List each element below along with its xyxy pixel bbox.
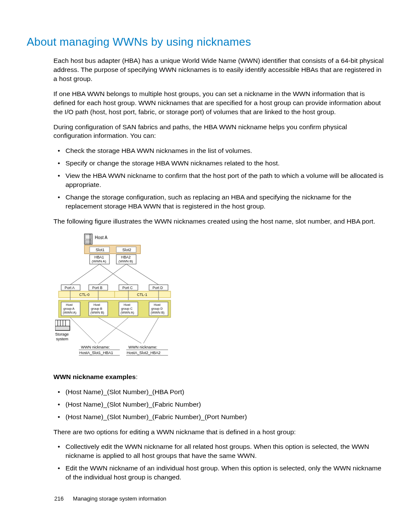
page-footer: 216 Managing storage system information <box>54 495 166 502</box>
svg-rect-2 <box>85 240 91 243</box>
hg-a-h: Host <box>66 303 73 307</box>
paragraph-2: If one HBA WWN belongs to multiple host … <box>53 90 384 117</box>
port-b: Port B <box>92 286 103 290</box>
list-item: View the HBA WWN nickname to confirm tha… <box>53 171 384 190</box>
paragraph-3: During configuration of SAN fabrics and … <box>53 123 384 141</box>
svg-rect-33 <box>55 326 70 330</box>
list-item: Collectively edit the WWN nickname for a… <box>53 442 384 460</box>
hg-c-w: (WWN A) <box>121 311 134 314</box>
capabilities-list: Check the storage HBA WWN nicknames in t… <box>53 146 384 211</box>
hg-c: group C <box>121 307 133 311</box>
slot2-label: Slot2 <box>122 248 131 252</box>
hg-a: group A <box>63 307 75 311</box>
list-item: (Host Name)_(Slot Number)_(HBA Port) <box>53 388 384 397</box>
hg-d-h: Host <box>154 303 161 307</box>
host-a-label: Host A <box>95 235 108 240</box>
hg-d-w: (WWN B) <box>151 311 165 314</box>
svg-line-36 <box>98 317 128 343</box>
svg-line-34 <box>70 317 96 343</box>
hg-b: group B <box>91 307 102 311</box>
examples-heading: WWN nickname examples: <box>53 373 384 382</box>
nick1-val: HostA_Slot1_HBA1 <box>79 351 113 355</box>
hba1-label: HBA1 <box>94 255 104 259</box>
examples-list: (Host Name)_(Slot Number)_(HBA Port) (Ho… <box>53 388 384 422</box>
chapter-title: Managing storage system information <box>73 495 166 502</box>
hba1-wwn: (WWN A) <box>92 259 106 263</box>
hg-b-w: (WWN B) <box>90 311 104 314</box>
nick1-label: WWN nickname: <box>81 345 110 349</box>
section-title: About managing WWNs by using nicknames <box>27 35 384 49</box>
list-item: Specify or change the storage HBA WWN ni… <box>53 159 384 168</box>
edit-options-list: Collectively edit the WWN nickname for a… <box>53 442 384 482</box>
hba2-wwn: (WWN B) <box>118 259 133 263</box>
body: Each host bus adapter (HBA) has a unique… <box>53 56 384 482</box>
nick2-val: HostA_Slot2_HBA2 <box>127 351 161 355</box>
svg-line-11 <box>98 264 126 285</box>
page-number: 216 <box>54 495 64 502</box>
hg-a-w: (WWN A) <box>63 311 77 314</box>
storage2: system <box>56 337 68 341</box>
svg-line-10 <box>100 264 128 285</box>
svg-line-9 <box>70 264 100 285</box>
hba2-label: HBA2 <box>121 255 131 259</box>
paragraph-1: Each host bus adapter (HBA) has a unique… <box>53 56 384 84</box>
nick2-label: WWN nickname: <box>128 345 157 349</box>
svg-line-37 <box>143 317 159 343</box>
page: About managing WWNs by using nicknames E… <box>0 0 411 482</box>
list-item: Edit the WWN nickname of an individual h… <box>53 464 384 482</box>
ctl1: CTL-1 <box>137 292 147 297</box>
svg-line-35 <box>98 317 141 343</box>
svg-rect-1 <box>85 235 91 239</box>
examples-label: WWN nickname examples <box>53 373 136 380</box>
storage1: Storage <box>55 332 69 336</box>
port-c: Port C <box>122 286 133 290</box>
list-item: Check the storage HBA WWN nicknames in t… <box>53 146 384 156</box>
hg-d: group D <box>151 307 163 311</box>
slot1-label: Slot1 <box>96 248 105 252</box>
ctl0: CTL-0 <box>79 292 90 297</box>
paragraph-4: The following figure illustrates the WWN… <box>53 217 384 226</box>
list-item: (Host Name)_(Slot Number)_(Fabric Number… <box>53 400 384 409</box>
hg-c-h: Host <box>124 303 131 307</box>
list-item: (Host Name)_(Slot Number)_(Fabric Number… <box>53 413 384 422</box>
hg-b-h: Host <box>93 303 100 307</box>
port-a: Port A <box>65 286 75 290</box>
svg-line-12 <box>126 264 159 285</box>
port-d: Port D <box>153 286 163 290</box>
list-item: Change the storage configuration, such a… <box>53 193 384 211</box>
paragraph-5: There are two options for editing a WWN … <box>53 428 384 437</box>
wwn-diagram: Host A Slot1 Slot2 HBA1 (WWN A) HBA2 (WW… <box>55 232 184 366</box>
